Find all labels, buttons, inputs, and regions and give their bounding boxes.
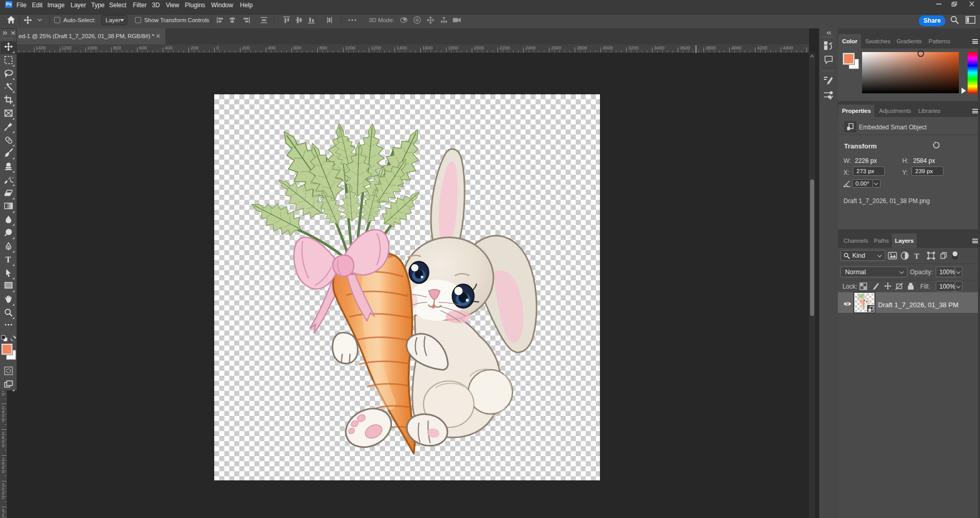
svg-text:T: T <box>6 255 11 264</box>
svg-text:T: T <box>914 252 919 260</box>
